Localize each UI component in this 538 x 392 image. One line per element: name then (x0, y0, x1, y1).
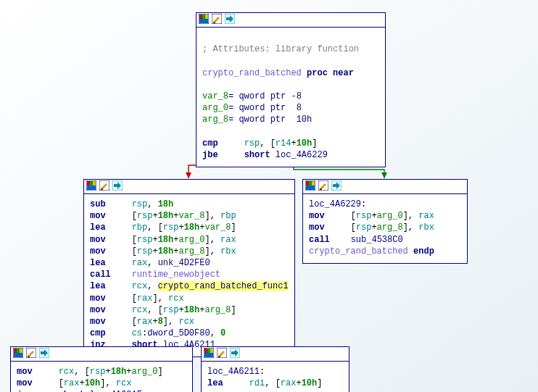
svg-rect-11 (93, 181, 96, 185)
highlighted-symbol: crypto_rand_batched_func1 (158, 281, 289, 291)
svg-rect-26 (17, 349, 20, 353)
node-body: ; Attributes: library function crypto_ra… (196, 28, 385, 167)
svg-rect-28 (14, 353, 22, 357)
node-titlebar (202, 347, 349, 362)
svg-rect-12 (87, 185, 96, 190)
node-body: loc_4A6229: mov [rsp+arg_0], rax mov [rs… (303, 194, 467, 263)
node-block-c[interactable]: loc_4A6229: mov [rsp+arg_0], rax mov [rs… (302, 179, 468, 264)
asm-comment: ; Attributes: library function (202, 44, 359, 54)
node-titlebar (84, 180, 294, 194)
convert-icon (39, 348, 49, 361)
node-body: sub rsp, 18h mov [rsp+18h+var_8], rbp le… (84, 194, 294, 356)
node-block-d[interactable]: mov rcx, [rsp+18h+arg_0] mov [rax+10h], … (10, 346, 193, 392)
edit-icon (212, 14, 222, 27)
color-icon (199, 14, 209, 27)
color-icon (204, 348, 214, 361)
proc-name: crypto_rand_batched (202, 68, 302, 78)
node-body: loc_4A6211: lea rdi, [rax+10h] (202, 362, 349, 392)
node-body: mov rcx, [rsp+18h+arg_0] mov [rax+10h], … (11, 362, 192, 392)
color-icon (86, 180, 96, 193)
convert-icon (230, 348, 240, 361)
color-icon (13, 348, 23, 361)
node-titlebar (303, 180, 467, 194)
svg-rect-27 (20, 349, 22, 353)
edit-icon (318, 180, 328, 193)
svg-rect-9 (87, 181, 90, 185)
svg-rect-4 (199, 19, 208, 23)
svg-rect-20 (306, 185, 315, 190)
node-block-b[interactable]: sub rsp, 18h mov [rsp+18h+var_8], rbp le… (83, 179, 295, 357)
svg-rect-22 (320, 188, 322, 191)
svg-rect-18 (309, 181, 312, 185)
edit-icon (99, 180, 109, 193)
svg-rect-33 (204, 349, 207, 353)
svg-rect-30 (28, 356, 30, 358)
node-block-a[interactable]: ; Attributes: library function crypto_ra… (196, 12, 386, 167)
node-titlebar (196, 13, 385, 28)
svg-rect-6 (213, 22, 215, 24)
color-icon (305, 180, 315, 193)
svg-rect-25 (14, 349, 17, 353)
edit-icon (26, 348, 36, 361)
svg-rect-35 (210, 349, 213, 353)
svg-rect-36 (204, 353, 213, 357)
svg-rect-10 (90, 181, 93, 185)
block-label: loc_4A6229 (309, 199, 361, 209)
svg-rect-17 (306, 181, 309, 185)
node-titlebar (11, 347, 192, 362)
svg-rect-2 (202, 14, 205, 19)
convert-icon (112, 180, 123, 193)
svg-rect-3 (205, 14, 208, 19)
svg-rect-34 (207, 349, 210, 353)
convert-icon (225, 14, 235, 27)
svg-rect-14 (101, 188, 103, 191)
svg-rect-19 (312, 181, 315, 185)
convert-icon (331, 180, 342, 193)
svg-rect-38 (218, 356, 220, 358)
svg-rect-1 (199, 14, 202, 19)
edit-icon (217, 348, 227, 361)
node-block-e[interactable]: loc_4A6211: lea rdi, [rax+10h] (201, 346, 349, 392)
block-label: loc_4A6211 (207, 367, 260, 377)
